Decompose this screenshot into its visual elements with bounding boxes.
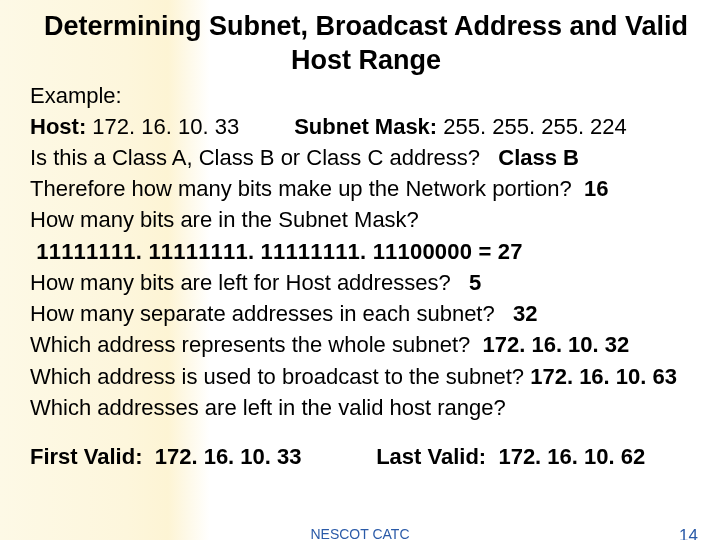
- slide-title: Determining Subnet, Broadcast Address an…: [30, 10, 702, 78]
- host-mask-line: Host: 172. 16. 10. 33 Subnet Mask: 255. …: [30, 111, 702, 142]
- maskbits-binary-text: 11111111. 11111111. 11111111. 11100000 =…: [36, 239, 522, 264]
- mask-value: 255. 255. 255. 224: [443, 114, 627, 139]
- first-valid-value: 172. 16. 10. 33: [155, 444, 302, 469]
- q-sepaddr-text: How many separate addresses in each subn…: [30, 301, 495, 326]
- footer-page-number: 14: [679, 526, 698, 540]
- last-valid-label: Last Valid:: [376, 444, 486, 469]
- a-class: Class B: [498, 145, 579, 170]
- a-broadcast: 172. 16. 10. 63: [530, 364, 677, 389]
- question-sepaddr: How many separate addresses in each subn…: [30, 298, 702, 329]
- mask-label: Subnet Mask:: [294, 114, 437, 139]
- question-hostbits: How many bits are left for Host addresse…: [30, 267, 702, 298]
- a-sepaddr: 32: [513, 301, 537, 326]
- q-subnet-text: Which address represents the whole subne…: [30, 332, 470, 357]
- q-hostbits-text: How many bits are left for Host addresse…: [30, 270, 451, 295]
- slide-content: Determining Subnet, Broadcast Address an…: [0, 0, 720, 472]
- last-valid-value: 172. 16. 10. 62: [498, 444, 645, 469]
- question-broadcast: Which address is used to broadcast to th…: [30, 361, 702, 392]
- q-netbits-text: Therefore how many bits make up the Netw…: [30, 176, 572, 201]
- question-subnet: Which address represents the whole subne…: [30, 329, 702, 360]
- a-netbits: 16: [584, 176, 608, 201]
- valid-range-row: First Valid: 172. 16. 10. 33 Last Valid:…: [30, 441, 702, 472]
- q-broadcast-text: Which address is used to broadcast to th…: [30, 364, 524, 389]
- footer-org: NESCOT CATC: [0, 526, 720, 540]
- example-label: Example:: [30, 80, 702, 111]
- first-valid-label: First Valid:: [30, 444, 142, 469]
- question-netbits: Therefore how many bits make up the Netw…: [30, 173, 702, 204]
- question-class: Is this a Class A, Class B or Class C ad…: [30, 142, 702, 173]
- host-value: 172. 16. 10. 33: [92, 114, 239, 139]
- host-label: Host:: [30, 114, 86, 139]
- maskbits-binary: 11111111. 11111111. 11111111. 11100000 =…: [30, 236, 702, 267]
- a-subnet: 172. 16. 10. 32: [482, 332, 629, 357]
- question-maskbits: How many bits are in the Subnet Mask?: [30, 204, 702, 235]
- q-class-text: Is this a Class A, Class B or Class C ad…: [30, 145, 480, 170]
- question-validrange: Which addresses are left in the valid ho…: [30, 392, 702, 423]
- a-hostbits: 5: [469, 270, 481, 295]
